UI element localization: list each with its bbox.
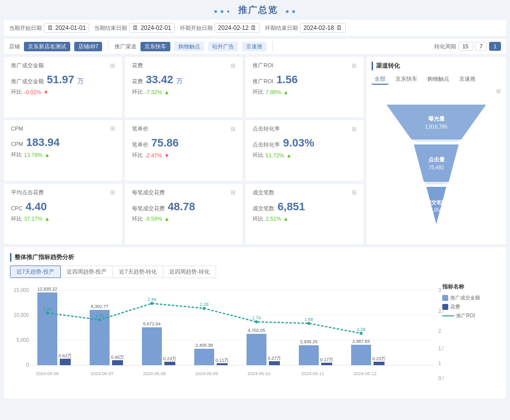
cal-icon-2: 🗓 xyxy=(132,24,138,31)
bar-cost-6 xyxy=(374,362,384,365)
bar-revenue-2 xyxy=(142,327,162,365)
svg-text:成交笔数: 成交笔数 xyxy=(426,200,447,205)
svg-text:1,816,786: 1,816,786 xyxy=(425,124,448,130)
channel-tab-all[interactable]: 全部 xyxy=(372,74,388,85)
cycle-1[interactable]: 1 xyxy=(489,42,501,51)
funnel-chart: 曝光量 1,816,786 点击量 75,492 成交笔数 6,851 xyxy=(372,100,501,239)
trend-tab-2[interactable]: 近7天趋势-转化 xyxy=(113,266,163,278)
svg-text:1.68: 1.68 xyxy=(304,317,313,322)
start-date-input[interactable]: 🗓 2024-01-01 xyxy=(44,23,89,33)
shop-tag-0[interactable]: 京东新店名测试 xyxy=(24,42,70,51)
channel-tag-0[interactable]: 京东快车 xyxy=(140,42,170,51)
svg-text:1: 1 xyxy=(438,361,441,366)
change-arrow-3 xyxy=(44,152,50,158)
trend-tab-0[interactable]: 近7天趋势-投产 xyxy=(10,266,61,278)
change-arrow-8 xyxy=(283,216,289,222)
svg-text:2,405.38: 2,405.38 xyxy=(195,343,213,348)
bar-cost-5 xyxy=(321,363,332,365)
channel-tag-3[interactable]: 京速推 xyxy=(242,42,266,51)
channel-tag-1[interactable]: 购物触点 xyxy=(174,42,204,51)
svg-text:2024-05-10: 2024-05-10 xyxy=(248,371,270,376)
svg-text:0.62万: 0.62万 xyxy=(59,353,72,358)
metric-revenue: 推广成交金额 ⊞ 推广成交金额 51.97 万 环比 -0.02% xyxy=(4,57,122,117)
svg-text:2024-05-06: 2024-05-06 xyxy=(36,371,59,376)
metric-cost-per-order: 每笔成交花费 ⊞ 每笔成交花费 48.78 环比 -9.59% xyxy=(125,184,243,244)
filter-row: 店铺 京东新店名测试 店铺d97 推广渠道 京东快车 购物触点 站外广告 京速推… xyxy=(4,39,506,54)
channel-tab-jsu[interactable]: 京速推 xyxy=(456,74,479,85)
svg-text:2024-05-08: 2024-05-08 xyxy=(143,371,166,376)
cycle-end-field: 环期结束日期 2024-02-18 🗓 xyxy=(265,23,345,33)
metric-filter-0[interactable]: ⊞ xyxy=(110,62,115,69)
channel-panel: 渠道转化 全部 京东快车 购物触点 京速推 ⊞ 曝光量 1,816,786 xyxy=(367,57,506,244)
legend-spend: 花费 xyxy=(442,303,480,310)
legend-roi: 推广ROI xyxy=(442,312,480,319)
end-date-field: 当期结束日期 🗓 2024-02-01 xyxy=(94,23,174,33)
metric-filter-8[interactable]: ⊞ xyxy=(352,189,357,196)
svg-text:75,492: 75,492 xyxy=(429,165,444,170)
metric-ctr: 点击转化率 ⊞ 点击转化率 9.03% 环比 51.72% xyxy=(246,120,364,180)
cycle-start-field: 环期开始日期 2024-02-12 🗓 xyxy=(180,23,260,33)
change-arrow-5 xyxy=(286,152,292,158)
trend-tab-1[interactable]: 近四周趋势-投产 xyxy=(61,266,114,278)
bar-cost-1 xyxy=(112,360,123,365)
channel-filter-icon[interactable]: ⊞ xyxy=(496,88,501,95)
metric-filter-3[interactable]: ⊞ xyxy=(110,125,115,132)
cal-icon: 🗓 xyxy=(47,24,53,31)
svg-text:1.28: 1.28 xyxy=(357,327,366,332)
metric-roi: 推广ROI ⊞ 推广ROI 1.56 环比 7.88% xyxy=(246,57,364,117)
svg-text:1.82: 1.82 xyxy=(95,313,104,318)
cycle-15[interactable]: 15 xyxy=(458,42,473,51)
change-arrow-2 xyxy=(283,89,289,95)
svg-text:2024-05-12: 2024-05-12 xyxy=(354,371,377,376)
svg-text:曝光量: 曝光量 xyxy=(428,116,445,122)
svg-text:1.74: 1.74 xyxy=(252,315,261,320)
roi-dot-0 xyxy=(46,311,49,314)
change-arrow-4 xyxy=(164,152,170,158)
svg-marker-3 xyxy=(411,140,461,142)
metric-filter-7[interactable]: ⊞ xyxy=(231,189,236,196)
date-filter-row: 当期开始日期 🗓 2024-01-01 当期结束日期 🗓 2024-02-01 … xyxy=(4,20,506,36)
roi-dot-2 xyxy=(150,302,153,305)
start-date-field: 当期开始日期 🗓 2024-01-01 xyxy=(9,23,89,33)
page-header: ■ ■ ● 推广总览 ■ ■ xyxy=(4,4,506,16)
bar-revenue-3 xyxy=(194,349,214,365)
cycle-end-input[interactable]: 2024-02-18 🗓 xyxy=(300,23,345,33)
svg-text:15,000: 15,000 xyxy=(13,287,29,293)
change-arrow-0 xyxy=(43,89,49,95)
metric-cpc: 平均点击花费 ⊞ CPC 4.40 环比 37.17% xyxy=(4,184,122,244)
metric-filter-6[interactable]: ⊞ xyxy=(110,189,115,196)
svg-text:0.17万: 0.17万 xyxy=(320,357,334,362)
end-date-input[interactable]: 🗓 2024-02-01 xyxy=(129,23,174,33)
roi-dot-5 xyxy=(307,322,310,325)
svg-text:点击量: 点击量 xyxy=(428,156,445,162)
legend-revenue: 推广成交金额 xyxy=(442,294,480,301)
metric-filter-5[interactable]: ⊞ xyxy=(352,126,357,133)
channel-tabs: 全部 京东快车 购物触点 京速推 xyxy=(372,74,501,85)
divider-1 xyxy=(108,41,109,51)
channel-tag-2[interactable]: 站外广告 xyxy=(208,42,238,51)
channel-tab-shop[interactable]: 购物触点 xyxy=(424,74,452,85)
svg-text:0.23万: 0.23万 xyxy=(373,356,386,361)
trend-tab-3[interactable]: 近四周趋势-转化 xyxy=(163,266,216,278)
trend-chart-area: 指标名称 推广成交金额 花费 推广ROI 15,000 10,000 xyxy=(10,283,500,393)
page-container: ■ ■ ● 推广总览 ■ ■ 当期开始日期 🗓 2024-01-01 当期结束日… xyxy=(0,0,510,420)
channel-tab-jd[interactable]: 京东快车 xyxy=(392,74,420,85)
trend-tabs: 近7天趋势-投产 近四周趋势-投产 近7天趋势-转化 近四周趋势-转化 xyxy=(10,266,500,278)
cycle-start-input[interactable]: 2024-02-12 🗓 xyxy=(215,23,260,33)
metric-filter-4[interactable]: ⊞ xyxy=(231,126,236,133)
cal-icon-4: 🗓 xyxy=(336,24,342,31)
legend-line-roi xyxy=(442,315,454,316)
bar-revenue-5 xyxy=(299,345,319,365)
metric-filter-2[interactable]: ⊞ xyxy=(352,62,357,69)
svg-text:5,000: 5,000 xyxy=(16,337,29,343)
svg-text:0.23万: 0.23万 xyxy=(163,356,177,361)
svg-text:2.5: 2.5 xyxy=(438,308,443,314)
metric-filter-1[interactable]: ⊞ xyxy=(231,62,236,69)
bar-revenue-0 xyxy=(37,292,57,365)
svg-text:0.27万: 0.27万 xyxy=(268,356,281,361)
cycle-7[interactable]: 7 xyxy=(475,42,487,51)
roi-dot-4 xyxy=(255,320,258,323)
shop-tag-1[interactable]: 店铺d97 xyxy=(74,42,102,51)
roi-dot-3 xyxy=(203,307,206,310)
svg-text:2,987.83: 2,987.83 xyxy=(352,339,370,344)
